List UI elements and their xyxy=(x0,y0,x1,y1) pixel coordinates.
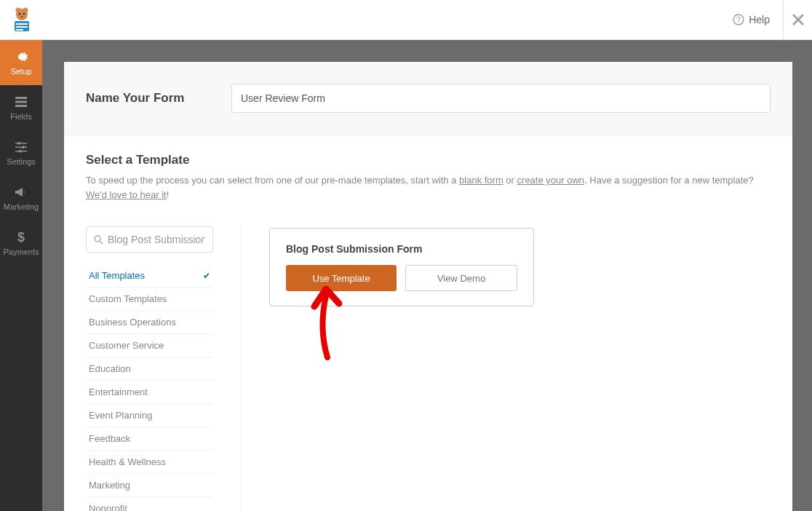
close-icon xyxy=(792,14,804,25)
sidebar-label: Setup xyxy=(11,67,32,76)
category-column: All Templates✔ Custom Templates Business… xyxy=(86,226,213,511)
sidebar-label: Marketing xyxy=(4,202,39,211)
category-list: All Templates✔ Custom Templates Business… xyxy=(86,264,213,511)
svg-point-20 xyxy=(19,150,22,153)
close-button[interactable] xyxy=(783,0,812,40)
template-card-title: Blog Post Submission Form xyxy=(286,243,517,255)
top-right-controls: ? Help xyxy=(720,0,812,40)
svg-rect-9 xyxy=(16,29,23,31)
logo[interactable] xyxy=(0,0,44,40)
svg-rect-12 xyxy=(15,97,27,99)
svg-rect-7 xyxy=(16,23,28,25)
form-name-label: Name Your Form xyxy=(86,91,231,106)
sliders-icon xyxy=(14,140,28,154)
blank-form-link[interactable]: blank form xyxy=(459,175,503,186)
svg-rect-15 xyxy=(15,143,27,144)
svg-line-23 xyxy=(100,241,103,244)
form-name-input[interactable] xyxy=(231,84,771,113)
template-search[interactable] xyxy=(86,226,213,253)
help-icon: ? xyxy=(733,14,744,25)
svg-text:?: ? xyxy=(736,16,741,24)
svg-point-5 xyxy=(20,16,23,18)
vertical-divider xyxy=(241,226,242,511)
svg-rect-17 xyxy=(15,147,27,148)
svg-point-1 xyxy=(16,8,21,13)
list-icon xyxy=(14,95,28,109)
template-description: To speed up the process you can select f… xyxy=(86,173,771,202)
search-input[interactable] xyxy=(108,234,205,245)
form-name-row: Name Your Form xyxy=(64,62,792,135)
top-bar: ? Help xyxy=(0,0,812,40)
suggestion-link[interactable]: We'd love to hear it xyxy=(86,189,167,200)
sidebar-label: Fields xyxy=(10,112,31,121)
category-business-operations[interactable]: Business Operations xyxy=(86,311,213,334)
create-own-link[interactable]: create your own xyxy=(517,175,585,186)
category-nonprofit[interactable]: Nonprofit xyxy=(86,497,213,511)
help-link[interactable]: ? Help xyxy=(720,14,783,25)
svg-rect-14 xyxy=(15,105,27,107)
card-buttons: Use Template View Demo xyxy=(286,265,517,291)
svg-point-18 xyxy=(22,146,25,148)
results-column: Blog Post Submission Form Use Template V… xyxy=(269,226,771,511)
category-event-planning[interactable]: Event Planning xyxy=(86,404,213,427)
svg-text:$: $ xyxy=(17,230,25,245)
category-entertainment[interactable]: Entertainment xyxy=(86,381,213,404)
content-area: Name Your Form Select a Template To spee… xyxy=(42,40,812,511)
category-all-templates[interactable]: All Templates✔ xyxy=(86,264,213,288)
sidebar: Setup Fields Settings Marketing $ Paymen… xyxy=(0,40,42,511)
template-section-header: Select a Template To speed up the proces… xyxy=(64,135,792,219)
category-health-wellness[interactable]: Health & Wellness xyxy=(86,451,213,474)
dollar-icon: $ xyxy=(14,230,28,245)
sidebar-label: Settings xyxy=(7,157,36,166)
sidebar-item-setup[interactable]: Setup xyxy=(0,40,42,85)
svg-point-16 xyxy=(17,142,20,145)
template-body: All Templates✔ Custom Templates Business… xyxy=(64,219,792,511)
sidebar-item-fields[interactable]: Fields xyxy=(0,85,42,130)
category-marketing[interactable]: Marketing xyxy=(86,474,213,497)
check-icon: ✔ xyxy=(203,271,210,281)
category-feedback[interactable]: Feedback xyxy=(86,427,213,451)
svg-point-2 xyxy=(23,8,28,13)
sidebar-item-settings[interactable]: Settings xyxy=(0,130,42,175)
view-demo-button[interactable]: View Demo xyxy=(405,265,517,291)
category-education[interactable]: Education xyxy=(86,357,213,381)
setup-panel: Name Your Form Select a Template To spee… xyxy=(64,62,792,511)
search-icon xyxy=(94,235,103,245)
svg-rect-8 xyxy=(16,26,28,28)
svg-point-3 xyxy=(19,13,21,15)
template-card: Blog Post Submission Form Use Template V… xyxy=(269,228,534,306)
sidebar-item-payments[interactable]: $ Payments xyxy=(0,221,42,266)
sidebar-label: Payments xyxy=(4,247,39,256)
wpforms-logo-icon xyxy=(7,5,36,34)
use-template-button[interactable]: Use Template xyxy=(286,265,397,291)
svg-point-4 xyxy=(23,13,25,15)
sidebar-item-marketing[interactable]: Marketing xyxy=(0,175,42,221)
main-wrapper: Setup Fields Settings Marketing $ Paymen… xyxy=(0,40,812,511)
svg-rect-13 xyxy=(15,101,27,103)
gear-icon xyxy=(14,49,28,64)
svg-point-22 xyxy=(95,236,100,242)
help-label: Help xyxy=(749,14,770,25)
category-custom-templates[interactable]: Custom Templates xyxy=(86,288,213,311)
template-title: Select a Template xyxy=(86,153,771,167)
category-customer-service[interactable]: Customer Service xyxy=(86,334,213,357)
bullhorn-icon xyxy=(14,185,28,199)
